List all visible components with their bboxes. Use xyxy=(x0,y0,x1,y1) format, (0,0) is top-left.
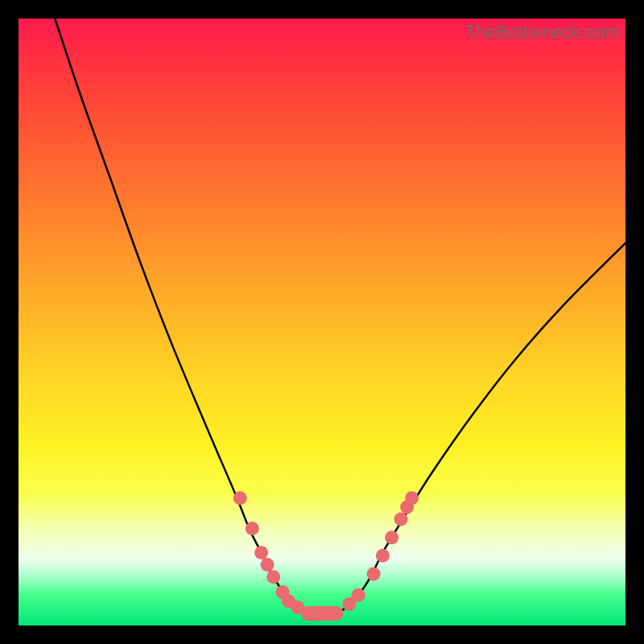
highlight-dot xyxy=(367,567,381,580)
highlight-dot xyxy=(261,558,275,572)
highlight-dot xyxy=(352,588,365,602)
highlight-dot xyxy=(405,491,419,505)
highlight-dot xyxy=(246,522,259,535)
plot-area: TheBottleneck.com xyxy=(19,19,625,625)
chart-svg xyxy=(19,19,625,625)
chart-frame: TheBottleneck.com xyxy=(0,0,644,644)
highlight-dots-group xyxy=(233,491,419,614)
highlight-dot xyxy=(233,491,247,505)
highlight-dot xyxy=(376,549,390,563)
highlight-dot xyxy=(394,513,408,526)
highlight-dot xyxy=(254,546,268,559)
bottleneck-curve-path xyxy=(55,19,625,614)
highlight-dot xyxy=(266,570,280,584)
bottom-bar xyxy=(301,606,344,621)
highlight-dot xyxy=(385,530,398,544)
